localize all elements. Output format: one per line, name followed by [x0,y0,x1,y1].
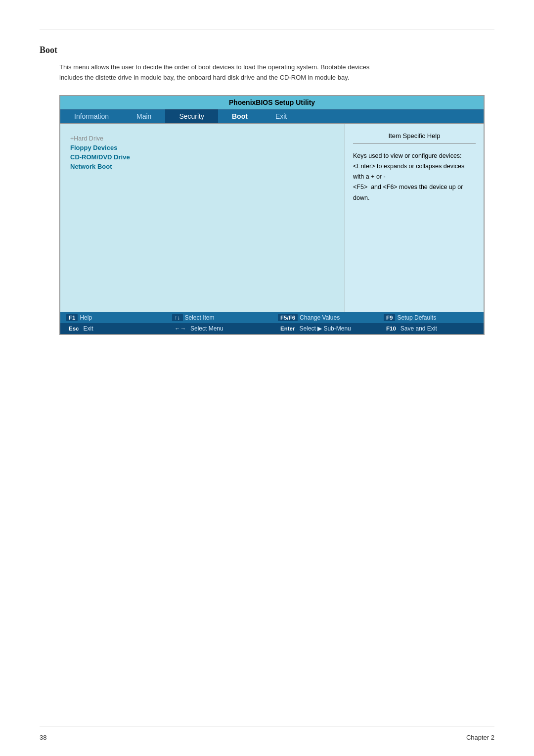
footer-esc: Esc Exit [60,323,166,334]
key-enter: Enter [278,325,297,332]
footer-f9: F9 Setup Defaults [378,312,484,323]
key-f10: F10 [384,325,399,332]
bios-body: +Hard Drive Floppy Devices CD-ROM/DVD Dr… [60,124,484,312]
key-updown: ↑↓ [172,314,183,321]
menu-item-cdrom[interactable]: CD-ROM/DVD Drive [70,152,335,162]
description-line1: This menu allows the user to decide the … [59,63,369,71]
label-setup-defaults: Setup Defaults [397,314,436,321]
footer-enter: Enter Select ▶ Sub-Menu [272,323,378,334]
bios-footer-row1: F1 Help ↑↓ Select Item F5/F6 Change Valu… [60,312,484,323]
menu-item-hard-drive[interactable]: +Hard Drive [70,134,335,143]
footer-f10: F10 Save and Exit [378,323,484,334]
bios-title: PhoenixBIOS Setup Utility [60,96,484,109]
description-line2: includes the distette drive in module ba… [59,74,349,81]
help-content: Keys used to view or configure devices: … [353,151,476,203]
footer-leftright: ←→ Select Menu [166,323,272,334]
label-exit: Exit [83,325,93,332]
footer-f5f6: F5/F6 Change Values [272,312,378,323]
nav-boot[interactable]: Boot [218,109,262,123]
nav-information[interactable]: Information [60,109,123,123]
bios-ui: PhoenixBIOS Setup Utility Information Ma… [59,95,485,335]
label-select-submenu: Select ▶ Sub-Menu [299,325,351,332]
top-rule [40,30,494,30]
nav-main[interactable]: Main [123,109,165,123]
label-select-menu: Select Menu [190,325,223,332]
footer-updown: ↑↓ Select Item [166,312,272,323]
chapter-label: Chapter 2 [466,734,494,741]
label-select-item: Select Item [185,314,215,321]
nav-security[interactable]: Security [165,109,218,123]
bios-right-panel: Item Specific Help Keys used to view or … [345,124,484,312]
menu-item-floppy[interactable]: Floppy Devices [70,143,335,152]
label-help: Help [80,314,92,321]
footer-f1: F1 Help [60,312,166,323]
key-f5f6: F5/F6 [278,314,298,321]
bios-left-panel: +Hard Drive Floppy Devices CD-ROM/DVD Dr… [60,124,345,312]
key-esc: Esc [66,325,81,332]
key-f1: F1 [66,314,78,321]
page-footer: 38 Chapter 2 [40,734,494,741]
bios-footer-row2: Esc Exit ←→ Select Menu Enter Select ▶ S… [60,323,484,334]
label-change-values: Change Values [300,314,340,321]
menu-item-network[interactable]: Network Boot [70,162,335,171]
bios-nav: Information Main Security Boot Exit [60,109,484,124]
key-leftright: ←→ [172,325,188,332]
bottom-rule [40,726,494,726]
help-title: Item Specific Help [353,132,476,144]
section-title: Boot [40,45,494,55]
description: This menu allows the user to decide the … [59,62,494,83]
label-save-exit: Save and Exit [400,325,437,332]
key-f9: F9 [384,314,395,321]
page-number: 38 [40,734,46,741]
nav-exit[interactable]: Exit [262,109,301,123]
